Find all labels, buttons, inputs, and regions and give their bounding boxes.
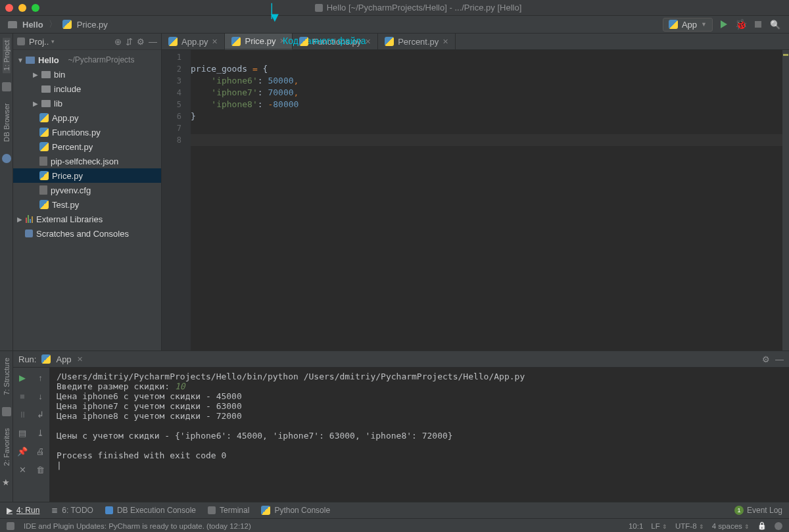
chevron-down-icon: ▼ xyxy=(701,21,707,28)
close-tab-icon[interactable]: ✕ xyxy=(212,37,218,46)
tree-item-pipselfcheck[interactable]: pip-selfcheck.json xyxy=(13,154,161,168)
pin-button[interactable]: 📌 xyxy=(16,445,28,457)
tree-item-app[interactable]: App.py xyxy=(13,110,161,125)
window-title: Hello [~/PycharmProjects/Hello] - .../Pr… xyxy=(53,3,784,12)
bottom-tab-terminal[interactable]: Terminal xyxy=(208,506,249,515)
gear-icon[interactable] xyxy=(762,354,770,364)
tree-item-include[interactable]: ▶include xyxy=(13,82,161,96)
editor-marker-strip[interactable] xyxy=(782,50,789,351)
hide-icon[interactable]: — xyxy=(149,37,157,47)
tab-price[interactable]: Price.py✕ xyxy=(225,34,293,50)
structure-tool-button[interactable]: 7: Structure xyxy=(3,355,11,398)
collapse-icon[interactable]: ⇵ xyxy=(126,37,133,47)
breadcrumb-file[interactable]: Price.py xyxy=(77,20,108,30)
python-file-icon xyxy=(385,37,394,46)
file-encoding[interactable]: UTF-8 ⇕ xyxy=(675,522,704,530)
run-button[interactable] xyxy=(718,18,730,30)
up-arrow-icon[interactable]: ↑ xyxy=(35,372,47,383)
run-config-selector[interactable]: App ▼ xyxy=(663,18,713,32)
stop-button[interactable] xyxy=(752,18,764,30)
gear-icon[interactable] xyxy=(137,37,145,47)
tree-item-functions[interactable]: Functions.py xyxy=(13,125,161,139)
search-button[interactable] xyxy=(769,18,781,30)
console-output[interactable]: /Users/dmitriy/PycharmProjects/Hello/bin… xyxy=(50,368,789,502)
titlebar: Hello [~/PycharmProjects/Hello] - .../Pr… xyxy=(0,0,789,16)
code-editor[interactable]: 12345678 price_goods = { 'iphone6': 5000… xyxy=(162,50,789,351)
tab-app[interactable]: App.py✕ xyxy=(162,34,225,49)
clear-icon[interactable]: 🗑 xyxy=(35,464,47,475)
code-content[interactable]: price_goods = { 'iphone6': 50000, 'iphon… xyxy=(191,50,782,351)
project-view-icon xyxy=(17,37,25,45)
line-gutter[interactable]: 12345678 xyxy=(162,50,191,351)
python-file-icon xyxy=(231,37,241,46)
layout-button[interactable]: ▤ xyxy=(16,427,28,439)
tab-functions[interactable]: Functions.py✕ xyxy=(293,34,378,49)
tree-item-test[interactable]: Test.py xyxy=(13,197,161,212)
line-ending[interactable]: LF ⇕ xyxy=(651,522,667,530)
tree-item-percent[interactable]: Percent.py xyxy=(13,139,161,154)
db-browser-tool-button[interactable]: DB Browser xyxy=(3,101,11,145)
target-icon[interactable]: ⊕ xyxy=(114,37,122,47)
scroll-to-end-icon[interactable]: ⤓ xyxy=(35,427,47,439)
status-widget-icon[interactable] xyxy=(775,522,782,530)
debug-button[interactable]: 🐞 xyxy=(735,18,747,30)
terminal-icon xyxy=(208,506,216,514)
folder-icon xyxy=(41,71,51,78)
run-actions-column-2: ↑ ↓ ↲ ⤓ 🖨 🗑 xyxy=(32,368,50,502)
star-icon[interactable]: ★ xyxy=(2,477,11,487)
breadcrumb-root[interactable]: Hello xyxy=(22,20,43,30)
breadcrumb[interactable]: Hello 〉 Price.py xyxy=(8,18,108,30)
tree-item-pyvenv[interactable]: pyvenv.cfg xyxy=(13,183,161,197)
status-icon[interactable] xyxy=(7,522,14,530)
run-config-name[interactable]: App xyxy=(56,354,71,364)
close-tab-icon[interactable]: ✕ xyxy=(365,37,371,46)
minimize-window-button[interactable] xyxy=(18,4,26,12)
tree-item-bin[interactable]: ▶bin xyxy=(13,67,161,82)
close-button[interactable]: ✕ xyxy=(16,464,28,475)
bottom-tab-run[interactable]: ▶4: Run xyxy=(7,506,39,515)
notification-badge: 1 xyxy=(734,506,744,515)
tree-external-libraries[interactable]: ▶ External Libraries xyxy=(13,212,161,226)
project-tree[interactable]: ▼ Hello ~/PycharmProjects ▶bin ▶include … xyxy=(13,50,161,243)
stop-button[interactable]: ■ xyxy=(16,390,28,402)
python-file-icon xyxy=(39,142,49,151)
event-log-button[interactable]: 1Event Log xyxy=(734,506,782,515)
indent-setting[interactable]: 4 spaces ⇕ xyxy=(712,522,750,530)
bottom-tab-python-console[interactable]: Python Console xyxy=(261,506,330,515)
folder-icon xyxy=(41,85,51,93)
db-icon xyxy=(105,506,113,514)
project-panel-title[interactable]: Proj..▾ xyxy=(29,37,55,47)
python-icon xyxy=(669,20,678,29)
tool-icon[interactable] xyxy=(2,407,11,416)
editor-tabs: App.py✕ Price.py✕ Functions.py✕ Percent.… xyxy=(162,34,789,50)
rerun-button[interactable]: ▶ xyxy=(16,372,28,383)
zoom-window-button[interactable] xyxy=(32,4,39,12)
bottom-tab-todo[interactable]: ≣6: TODO xyxy=(51,506,93,515)
bottom-tab-db-console[interactable]: DB Execution Console xyxy=(105,506,196,515)
print-icon[interactable]: 🖨 xyxy=(35,445,47,457)
readonly-lock-icon[interactable] xyxy=(757,521,767,530)
tab-percent[interactable]: Percent.py✕ xyxy=(378,34,456,49)
window-controls xyxy=(5,4,39,12)
caret-position[interactable]: 10:1 xyxy=(629,522,643,530)
close-window-button[interactable] xyxy=(5,4,13,12)
close-run-tab-icon[interactable]: ✕ xyxy=(77,355,83,364)
project-tool-button[interactable]: 1: Project xyxy=(3,37,11,73)
warning-marker[interactable] xyxy=(783,54,788,56)
close-tab-icon[interactable]: ✕ xyxy=(279,37,285,45)
soft-wrap-icon[interactable]: ↲ xyxy=(35,408,47,420)
project-panel-header: Proj..▾ ⊕ ⇵ — xyxy=(13,34,161,50)
python-icon xyxy=(41,354,51,364)
tool-icon[interactable] xyxy=(2,82,11,91)
tree-root[interactable]: ▼ Hello ~/PycharmProjects xyxy=(13,53,161,67)
favorites-tool-button[interactable]: 2: Favorites xyxy=(3,425,11,468)
tree-item-price[interactable]: Price.py xyxy=(13,168,161,183)
down-arrow-icon[interactable]: ↓ xyxy=(35,390,47,402)
pause-button[interactable]: ⏸ xyxy=(16,408,28,420)
python-file-icon xyxy=(39,128,49,137)
close-tab-icon[interactable]: ✕ xyxy=(442,37,448,46)
tree-item-lib[interactable]: ▶lib xyxy=(13,96,161,110)
tree-scratches[interactable]: Scratches and Consoles xyxy=(13,226,161,241)
tool-icon[interactable] xyxy=(2,154,11,163)
hide-icon[interactable]: — xyxy=(775,354,784,364)
